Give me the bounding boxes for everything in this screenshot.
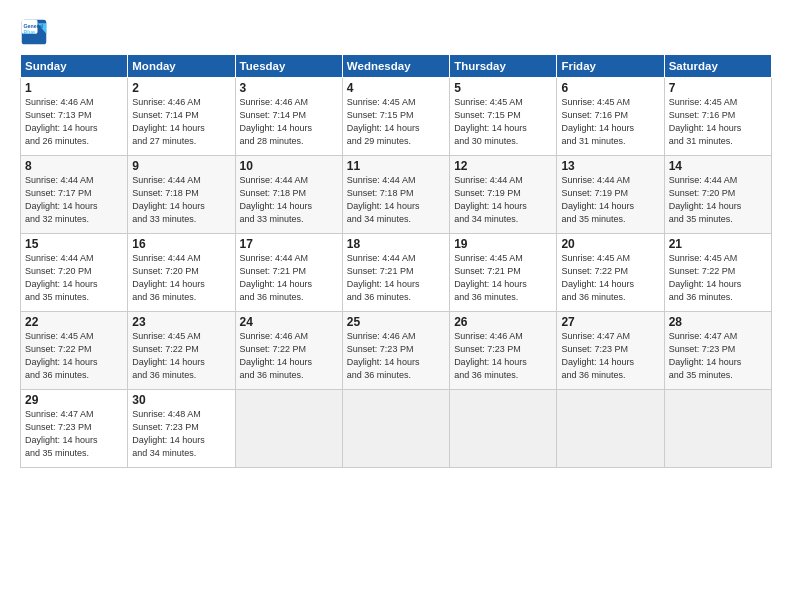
weekday-header-sunday: Sunday [21, 55, 128, 78]
weekday-header-wednesday: Wednesday [342, 55, 449, 78]
calendar-cell: 2Sunrise: 4:46 AM Sunset: 7:14 PM Daylig… [128, 78, 235, 156]
day-info: Sunrise: 4:44 AM Sunset: 7:20 PM Dayligh… [25, 252, 123, 304]
day-info: Sunrise: 4:44 AM Sunset: 7:17 PM Dayligh… [25, 174, 123, 226]
day-number: 6 [561, 81, 659, 95]
day-info: Sunrise: 4:44 AM Sunset: 7:21 PM Dayligh… [240, 252, 338, 304]
calendar-cell [235, 390, 342, 468]
calendar-cell: 14Sunrise: 4:44 AM Sunset: 7:20 PM Dayli… [664, 156, 771, 234]
day-info: Sunrise: 4:46 AM Sunset: 7:14 PM Dayligh… [132, 96, 230, 148]
day-number: 27 [561, 315, 659, 329]
day-number: 9 [132, 159, 230, 173]
day-number: 23 [132, 315, 230, 329]
day-info: Sunrise: 4:45 AM Sunset: 7:21 PM Dayligh… [454, 252, 552, 304]
day-number: 8 [25, 159, 123, 173]
day-info: Sunrise: 4:44 AM Sunset: 7:19 PM Dayligh… [454, 174, 552, 226]
calendar-cell: 19Sunrise: 4:45 AM Sunset: 7:21 PM Dayli… [450, 234, 557, 312]
calendar-cell: 26Sunrise: 4:46 AM Sunset: 7:23 PM Dayli… [450, 312, 557, 390]
calendar-cell [342, 390, 449, 468]
day-info: Sunrise: 4:45 AM Sunset: 7:16 PM Dayligh… [669, 96, 767, 148]
day-number: 19 [454, 237, 552, 251]
day-info: Sunrise: 4:46 AM Sunset: 7:14 PM Dayligh… [240, 96, 338, 148]
day-info: Sunrise: 4:46 AM Sunset: 7:22 PM Dayligh… [240, 330, 338, 382]
day-number: 26 [454, 315, 552, 329]
day-info: Sunrise: 4:45 AM Sunset: 7:22 PM Dayligh… [669, 252, 767, 304]
weekday-header-thursday: Thursday [450, 55, 557, 78]
day-info: Sunrise: 4:45 AM Sunset: 7:15 PM Dayligh… [454, 96, 552, 148]
day-number: 15 [25, 237, 123, 251]
day-number: 1 [25, 81, 123, 95]
calendar-cell: 27Sunrise: 4:47 AM Sunset: 7:23 PM Dayli… [557, 312, 664, 390]
day-number: 20 [561, 237, 659, 251]
calendar-cell: 29Sunrise: 4:47 AM Sunset: 7:23 PM Dayli… [21, 390, 128, 468]
day-info: Sunrise: 4:47 AM Sunset: 7:23 PM Dayligh… [25, 408, 123, 460]
calendar-cell: 5Sunrise: 4:45 AM Sunset: 7:15 PM Daylig… [450, 78, 557, 156]
day-number: 16 [132, 237, 230, 251]
day-number: 28 [669, 315, 767, 329]
svg-text:General: General [24, 23, 44, 29]
day-info: Sunrise: 4:48 AM Sunset: 7:23 PM Dayligh… [132, 408, 230, 460]
day-info: Sunrise: 4:45 AM Sunset: 7:22 PM Dayligh… [561, 252, 659, 304]
day-info: Sunrise: 4:44 AM Sunset: 7:18 PM Dayligh… [132, 174, 230, 226]
day-info: Sunrise: 4:44 AM Sunset: 7:21 PM Dayligh… [347, 252, 445, 304]
day-number: 25 [347, 315, 445, 329]
weekday-header-saturday: Saturday [664, 55, 771, 78]
calendar-cell [450, 390, 557, 468]
day-number: 13 [561, 159, 659, 173]
calendar-cell [664, 390, 771, 468]
calendar-cell: 8Sunrise: 4:44 AM Sunset: 7:17 PM Daylig… [21, 156, 128, 234]
calendar-cell: 28Sunrise: 4:47 AM Sunset: 7:23 PM Dayli… [664, 312, 771, 390]
calendar-cell: 21Sunrise: 4:45 AM Sunset: 7:22 PM Dayli… [664, 234, 771, 312]
calendar-cell: 10Sunrise: 4:44 AM Sunset: 7:18 PM Dayli… [235, 156, 342, 234]
day-info: Sunrise: 4:44 AM Sunset: 7:18 PM Dayligh… [347, 174, 445, 226]
logo: General Blue [20, 18, 52, 46]
calendar-cell: 25Sunrise: 4:46 AM Sunset: 7:23 PM Dayli… [342, 312, 449, 390]
calendar-cell: 4Sunrise: 4:45 AM Sunset: 7:15 PM Daylig… [342, 78, 449, 156]
calendar-cell: 15Sunrise: 4:44 AM Sunset: 7:20 PM Dayli… [21, 234, 128, 312]
calendar-cell: 3Sunrise: 4:46 AM Sunset: 7:14 PM Daylig… [235, 78, 342, 156]
day-info: Sunrise: 4:46 AM Sunset: 7:23 PM Dayligh… [454, 330, 552, 382]
calendar-cell: 22Sunrise: 4:45 AM Sunset: 7:22 PM Dayli… [21, 312, 128, 390]
calendar-cell: 18Sunrise: 4:44 AM Sunset: 7:21 PM Dayli… [342, 234, 449, 312]
day-number: 2 [132, 81, 230, 95]
day-info: Sunrise: 4:44 AM Sunset: 7:20 PM Dayligh… [132, 252, 230, 304]
day-info: Sunrise: 4:47 AM Sunset: 7:23 PM Dayligh… [561, 330, 659, 382]
day-number: 14 [669, 159, 767, 173]
day-number: 24 [240, 315, 338, 329]
day-info: Sunrise: 4:46 AM Sunset: 7:23 PM Dayligh… [347, 330, 445, 382]
day-info: Sunrise: 4:45 AM Sunset: 7:22 PM Dayligh… [25, 330, 123, 382]
svg-text:Blue: Blue [24, 29, 35, 35]
calendar-cell: 24Sunrise: 4:46 AM Sunset: 7:22 PM Dayli… [235, 312, 342, 390]
calendar-cell: 30Sunrise: 4:48 AM Sunset: 7:23 PM Dayli… [128, 390, 235, 468]
day-number: 30 [132, 393, 230, 407]
day-info: Sunrise: 4:45 AM Sunset: 7:16 PM Dayligh… [561, 96, 659, 148]
calendar-cell: 23Sunrise: 4:45 AM Sunset: 7:22 PM Dayli… [128, 312, 235, 390]
calendar-cell: 9Sunrise: 4:44 AM Sunset: 7:18 PM Daylig… [128, 156, 235, 234]
day-number: 5 [454, 81, 552, 95]
calendar-cell: 12Sunrise: 4:44 AM Sunset: 7:19 PM Dayli… [450, 156, 557, 234]
day-number: 12 [454, 159, 552, 173]
day-info: Sunrise: 4:44 AM Sunset: 7:19 PM Dayligh… [561, 174, 659, 226]
day-info: Sunrise: 4:44 AM Sunset: 7:18 PM Dayligh… [240, 174, 338, 226]
day-number: 29 [25, 393, 123, 407]
calendar-cell: 20Sunrise: 4:45 AM Sunset: 7:22 PM Dayli… [557, 234, 664, 312]
day-number: 21 [669, 237, 767, 251]
day-info: Sunrise: 4:46 AM Sunset: 7:13 PM Dayligh… [25, 96, 123, 148]
weekday-header-friday: Friday [557, 55, 664, 78]
calendar-cell: 13Sunrise: 4:44 AM Sunset: 7:19 PM Dayli… [557, 156, 664, 234]
calendar-cell: 11Sunrise: 4:44 AM Sunset: 7:18 PM Dayli… [342, 156, 449, 234]
day-info: Sunrise: 4:45 AM Sunset: 7:22 PM Dayligh… [132, 330, 230, 382]
calendar-cell: 16Sunrise: 4:44 AM Sunset: 7:20 PM Dayli… [128, 234, 235, 312]
calendar-cell: 17Sunrise: 4:44 AM Sunset: 7:21 PM Dayli… [235, 234, 342, 312]
day-number: 18 [347, 237, 445, 251]
calendar-cell: 1Sunrise: 4:46 AM Sunset: 7:13 PM Daylig… [21, 78, 128, 156]
calendar-table: SundayMondayTuesdayWednesdayThursdayFrid… [20, 54, 772, 468]
day-number: 11 [347, 159, 445, 173]
calendar-cell: 6Sunrise: 4:45 AM Sunset: 7:16 PM Daylig… [557, 78, 664, 156]
day-number: 22 [25, 315, 123, 329]
day-info: Sunrise: 4:47 AM Sunset: 7:23 PM Dayligh… [669, 330, 767, 382]
calendar-cell [557, 390, 664, 468]
weekday-header-tuesday: Tuesday [235, 55, 342, 78]
day-number: 3 [240, 81, 338, 95]
day-info: Sunrise: 4:44 AM Sunset: 7:20 PM Dayligh… [669, 174, 767, 226]
day-info: Sunrise: 4:45 AM Sunset: 7:15 PM Dayligh… [347, 96, 445, 148]
